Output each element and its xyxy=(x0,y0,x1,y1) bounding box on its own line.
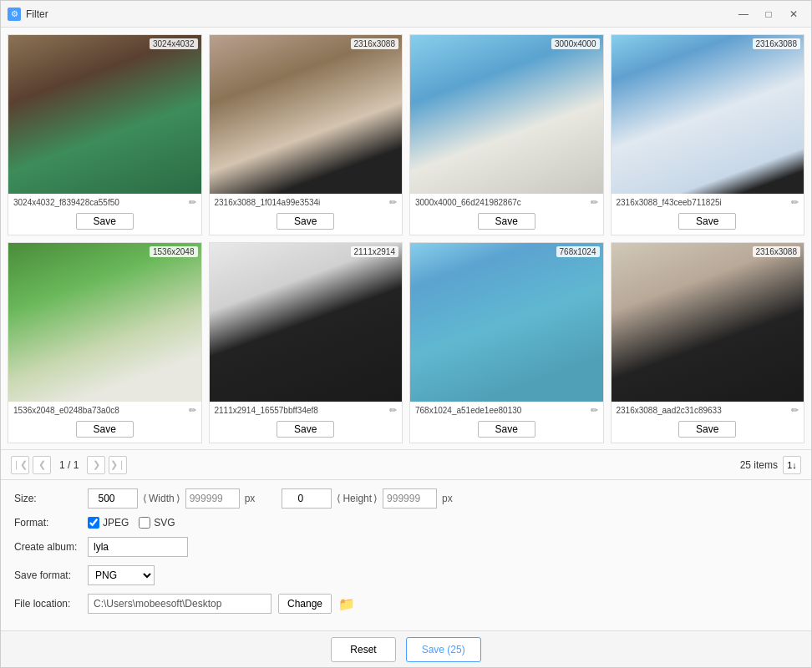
edit-icon[interactable]: ✏ xyxy=(791,405,799,416)
image-card: 3000x4000 3000x4000_66d241982867c ✏ Save xyxy=(409,34,604,235)
image-card: 768x1024 768x1024_a51ede1ee80130 ✏ Save xyxy=(409,242,604,443)
height-value-input[interactable] xyxy=(282,488,332,509)
image-save-button[interactable]: Save xyxy=(76,213,134,230)
height-arrows: ⟨ Height ⟩ xyxy=(337,493,378,504)
jpeg-checkbox-item[interactable]: JPEG xyxy=(88,517,129,529)
edit-icon[interactable]: ✏ xyxy=(389,405,397,416)
save-button-wrap: Save xyxy=(612,210,804,235)
prev-page-button[interactable]: ❮ xyxy=(33,456,51,474)
format-row: Format: JPEG SVG xyxy=(14,517,798,529)
image-info: 3024x4032_f839428ca55f50 ✏ xyxy=(8,194,201,210)
edit-icon[interactable]: ✏ xyxy=(591,197,598,208)
save-button-wrap: Save xyxy=(8,210,201,235)
image-info: 3000x4000_66d241982867c ✏ xyxy=(410,194,603,210)
height-label: Height xyxy=(343,493,372,504)
format-label: Format: xyxy=(14,517,81,529)
change-button[interactable]: Change xyxy=(278,594,332,614)
dimension-badge: 3000x4000 xyxy=(551,38,600,49)
image-save-button[interactable]: Save xyxy=(478,421,535,438)
app-icon: ⚙ xyxy=(8,8,21,21)
image-card: 2316x3088 2316x3088_aad2c31c89633 ✏ Save xyxy=(611,242,805,443)
height-max-input[interactable] xyxy=(383,488,437,509)
svg-label: SVG xyxy=(154,517,175,529)
image-save-button[interactable]: Save xyxy=(277,421,334,438)
album-row: Create album: xyxy=(14,537,798,557)
size-label: Size: xyxy=(14,493,81,504)
edit-icon[interactable]: ✏ xyxy=(189,197,196,208)
file-location-label: File location: xyxy=(14,598,81,610)
save-button-wrap: Save xyxy=(8,418,201,443)
file-location-row: File location: Change 📁 xyxy=(14,594,798,614)
edit-icon[interactable]: ✏ xyxy=(591,405,598,416)
save-button-wrap: Save xyxy=(612,418,804,443)
save-button-wrap: Save xyxy=(410,210,603,235)
image-grid: 3024x4032 3024x4032_f839428ca55f50 ✏ Sav… xyxy=(1,28,811,449)
width-value-input[interactable] xyxy=(88,488,138,509)
image-save-button[interactable]: Save xyxy=(76,421,134,438)
image-save-button[interactable]: Save xyxy=(678,213,736,230)
album-label: Create album: xyxy=(14,541,81,553)
folder-icon[interactable]: 📁 xyxy=(338,596,355,612)
save-all-button[interactable]: Save (25) xyxy=(406,637,481,662)
window-controls: — □ ✕ xyxy=(733,6,804,23)
next-page-button[interactable]: ❯ xyxy=(87,456,105,474)
save-format-select[interactable]: PNGJPEGBMPTIFF xyxy=(88,565,155,585)
image-info: 2316x3088_aad2c31c89633 ✏ xyxy=(612,402,804,418)
minimize-button[interactable]: — xyxy=(733,6,754,23)
image-save-button[interactable]: Save xyxy=(277,213,334,230)
image-info: 2316x3088_1f014a99e3534i ✏ xyxy=(210,194,403,210)
close-button[interactable]: ✕ xyxy=(783,6,804,23)
items-count-label: 25 items xyxy=(740,459,778,471)
first-page-button[interactable]: ❘❮ xyxy=(11,456,29,474)
image-save-button[interactable]: Save xyxy=(478,213,535,230)
image-card: 2316x3088 2316x3088_1f014a99e3534i ✏ Sav… xyxy=(209,34,403,235)
bottom-bar: Reset Save (25) xyxy=(1,630,811,667)
edit-icon[interactable]: ✏ xyxy=(189,405,196,416)
items-count: 25 items 1↓ xyxy=(740,456,801,474)
image-thumbnail: 768x1024 xyxy=(410,243,603,402)
image-filename: 3024x4032_f839428ca55f50 xyxy=(13,198,185,207)
image-filename: 2316x3088_f43ceeb711825i xyxy=(617,198,789,207)
image-filename: 2111x2914_16557bbff34ef8 xyxy=(215,406,387,415)
image-card: 2111x2914 2111x2914_16557bbff34ef8 ✏ Sav… xyxy=(209,242,403,443)
svg-checkbox-item[interactable]: SVG xyxy=(139,517,175,529)
image-info: 768x1024_a51ede1ee80130 ✏ xyxy=(410,402,603,418)
image-thumbnail: 2316x3088 xyxy=(612,35,804,194)
width-label: Width xyxy=(149,493,175,504)
sort-button[interactable]: 1↓ xyxy=(783,456,801,474)
image-filename: 2316x3088_aad2c31c89633 xyxy=(617,406,789,415)
size-input-group: ⟨ Width ⟩ px ⟨ Height ⟩ px xyxy=(88,488,453,509)
image-save-button[interactable]: Save xyxy=(678,421,736,438)
image-card: 1536x2048 1536x2048_e0248ba73a0c8 ✏ Save xyxy=(8,242,202,443)
size-row: Size: ⟨ Width ⟩ px ⟨ Height ⟩ px xyxy=(14,488,798,509)
edit-icon[interactable]: ✏ xyxy=(389,197,397,208)
pagination-controls: ❘❮ ❮ 1 / 1 ❯ ❯❘ xyxy=(11,456,127,474)
reset-button[interactable]: Reset xyxy=(331,637,395,662)
image-thumbnail: 2111x2914 xyxy=(210,243,403,402)
width-arrows: ⟨ Width ⟩ xyxy=(143,493,180,504)
page-info: 1 / 1 xyxy=(59,459,79,471)
file-location-input[interactable] xyxy=(88,594,272,614)
filter-panel: Size: ⟨ Width ⟩ px ⟨ Height ⟩ px Format: xyxy=(1,479,811,630)
edit-icon[interactable]: ✏ xyxy=(791,197,799,208)
image-filename: 2316x3088_1f014a99e3534i xyxy=(215,198,387,207)
format-checkboxes: JPEG SVG xyxy=(88,517,175,529)
image-card: 3024x4032 3024x4032_f839428ca55f50 ✏ Sav… xyxy=(8,34,202,235)
album-input[interactable] xyxy=(88,537,188,557)
svg-checkbox[interactable] xyxy=(139,517,150,529)
maximize-button[interactable]: □ xyxy=(758,6,779,23)
dimension-badge: 2111x2914 xyxy=(351,246,399,257)
width-max-input[interactable] xyxy=(185,488,240,509)
image-filename: 768x1024_a51ede1ee80130 xyxy=(415,406,587,415)
image-card: 2316x3088 2316x3088_f43ceeb711825i ✏ Sav… xyxy=(611,34,805,235)
dimension-badge: 2316x3088 xyxy=(753,246,801,257)
image-filename: 1536x2048_e0248ba73a0c8 xyxy=(13,406,185,415)
title-bar: ⚙ Filter — □ ✕ xyxy=(1,1,811,28)
jpeg-label: JPEG xyxy=(103,517,129,529)
dimension-badge: 2316x3088 xyxy=(753,38,801,49)
image-thumbnail: 1536x2048 xyxy=(8,243,201,402)
jpeg-checkbox[interactable] xyxy=(88,517,99,529)
save-format-row: Save format: PNGJPEGBMPTIFF xyxy=(14,565,798,585)
image-thumbnail: 3024x4032 xyxy=(8,35,201,194)
last-page-button[interactable]: ❯❘ xyxy=(109,456,127,474)
